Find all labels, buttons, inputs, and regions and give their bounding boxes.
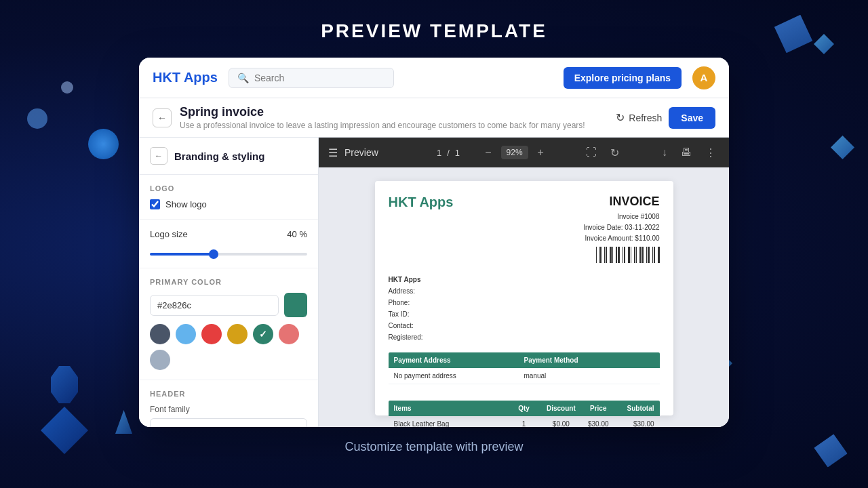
items-header: Items [394,405,506,412]
download-button[interactable]: ↓ [658,144,671,161]
decorative-shape-1 [768,8,820,60]
left-panel: ← Branding & styling LOGO Show logo Logo… [139,138,319,427]
invoice-right-header: INVOICE Invoice #1008 Invoice Date: 03-1… [583,195,659,263]
show-logo-row: Show logo [150,199,307,209]
show-logo-label: Show logo [165,199,207,209]
items-section: Items Qty Discount Price Subtotal Black … [389,401,660,427]
page-total: 1 [455,148,460,158]
content-area: ← Branding & styling LOGO Show logo Logo… [139,138,729,427]
logo-section-label: LOGO [150,184,307,192]
payment-header-row: Payment Address Payment Method [389,352,660,368]
sub-header-actions: ↻ Refresh Save [616,107,715,129]
decorative-shape-4 [115,410,132,434]
history-button[interactable]: ↻ [607,144,623,161]
panel-title: Branding & styling [174,150,264,162]
slider-label-row: Logo size 40 % [150,229,307,239]
price-header: Price [580,405,617,412]
main-card: HKT Apps 🔍 Explore pricing plans A ← Spr… [139,58,729,427]
logo-section: LOGO Show logo [139,175,318,220]
invoice-card: HKT Apps INVOICE Invoice #1008 Invoice D… [375,181,673,415]
fullscreen-button[interactable]: ⛶ [583,144,600,161]
payment-section: Payment Address Payment Method No paymen… [389,352,660,384]
logo-size-section: Logo size 40 % [139,220,318,268]
barcode [583,247,659,263]
color-option-blue[interactable] [176,324,196,344]
page-subtitle: Customize template with preview [344,440,523,454]
panel-back-button[interactable]: ← [150,147,167,165]
more-options-button[interactable]: ⋮ [702,144,719,161]
font-family-select[interactable]: Roboto Slab Arial Times New Roman Helvet… [150,418,307,427]
back-button[interactable]: ← [153,108,172,127]
decorative-orb-1 [27,108,47,129]
discount-header: Discount [542,405,580,412]
right-panel: ☰ Preview 1 / 1 − 92% + ⛶ ↻ ↓ 🖶 ⋮ [319,138,729,427]
color-option-red[interactable] [201,324,222,344]
primary-color-label: PRIMARY COLOR [150,278,307,286]
show-logo-checkbox[interactable] [150,199,160,209]
invoice-description: Use a professional invoice to leave a la… [180,121,608,130]
color-input-row: #2e826c [150,293,307,317]
save-button[interactable]: Save [669,107,715,129]
logo-size-slider[interactable] [150,253,307,256]
subtotal-header: Subtotal [617,405,654,412]
payment-body-row: No payment address manual [389,368,660,384]
preview-content: HKT Apps INVOICE Invoice #1008 Invoice D… [319,167,729,427]
page-navigation: 1 / 1 [437,148,460,158]
decorative-orb-2 [88,129,119,159]
decorative-shape-5 [811,431,850,470]
preview-label: Preview [344,147,378,158]
qty-header: Qty [505,405,542,412]
logo-size-value: 40 % [287,229,307,239]
sub-header: ← Spring invoice Use a professional invo… [139,98,729,138]
primary-color-section: PRIMARY COLOR #2e826c ✓ [139,268,318,380]
decorative-shape-7 [51,366,78,403]
payment-address-header: Payment Address [394,357,524,364]
color-hex-input[interactable]: #2e826c [150,295,279,316]
invoice-info: Spring invoice Use a professional invoic… [180,105,608,130]
no-payment-address: No payment address [394,372,524,380]
search-bar[interactable]: 🔍 [229,68,394,88]
invoice-top: HKT Apps INVOICE Invoice #1008 Invoice D… [389,195,660,263]
color-option-dark-gray[interactable] [150,324,170,344]
header-section-label: HEADER [150,390,307,398]
preview-toolbar: ☰ Preview 1 / 1 − 92% + ⛶ ↻ ↓ 🖶 ⋮ [319,138,729,167]
font-family-label: Font family [150,405,307,414]
zoom-out-button[interactable]: − [482,145,494,160]
page-current: 1 [437,148,441,158]
payment-method-value: manual [524,372,654,380]
print-button[interactable]: 🖶 [677,144,695,161]
menu-icon[interactable]: ☰ [328,146,338,159]
color-option-gray[interactable] [150,350,170,370]
decorative-shape-6 [831,136,854,159]
color-option-pink[interactable] [279,324,299,344]
color-palette: ✓ [150,324,307,370]
page-title: PREVIEW TEMPLATE [321,20,547,42]
app-header: HKT Apps 🔍 Explore pricing plans A [139,58,729,98]
refresh-button[interactable]: ↻ Refresh [616,111,662,124]
color-swatch[interactable] [284,293,307,317]
color-option-gold[interactable] [227,324,248,344]
invoice-company-name: HKT Apps [389,195,454,210]
invoice-number: Invoice #1008 Invoice Date: 03-11-2022 I… [583,211,659,244]
avatar: A [692,66,715,89]
explore-pricing-button[interactable]: Explore pricing plans [564,67,682,89]
logo-size-label: Logo size [150,229,188,239]
color-option-teal[interactable]: ✓ [253,324,273,344]
search-input[interactable] [254,73,385,83]
payment-method-header: Payment Method [524,357,654,364]
items-header-row: Items Qty Discount Price Subtotal [389,401,660,416]
app-logo: HKT Apps [153,70,218,85]
refresh-icon: ↻ [616,111,625,124]
zoom-level: 92% [501,146,528,159]
decorative-shape-3 [41,407,88,454]
company-details: HKT Apps Address: Phone: Tax ID: Contact… [389,274,660,343]
search-icon: 🔍 [237,73,249,83]
font-section: HEADER Font family Roboto Slab Arial Tim… [139,380,318,427]
invoice-title-text: INVOICE [583,195,659,209]
zoom-in-button[interactable]: + [535,145,547,160]
decorative-orb-3 [61,81,73,94]
decorative-shape-2 [814,34,834,54]
panel-header: ← Branding & styling [139,138,318,175]
table-row: Black Leather Bag 1 $0.00 $30.00 $30.00 [389,416,660,427]
invoice-title: Spring invoice [180,105,608,119]
